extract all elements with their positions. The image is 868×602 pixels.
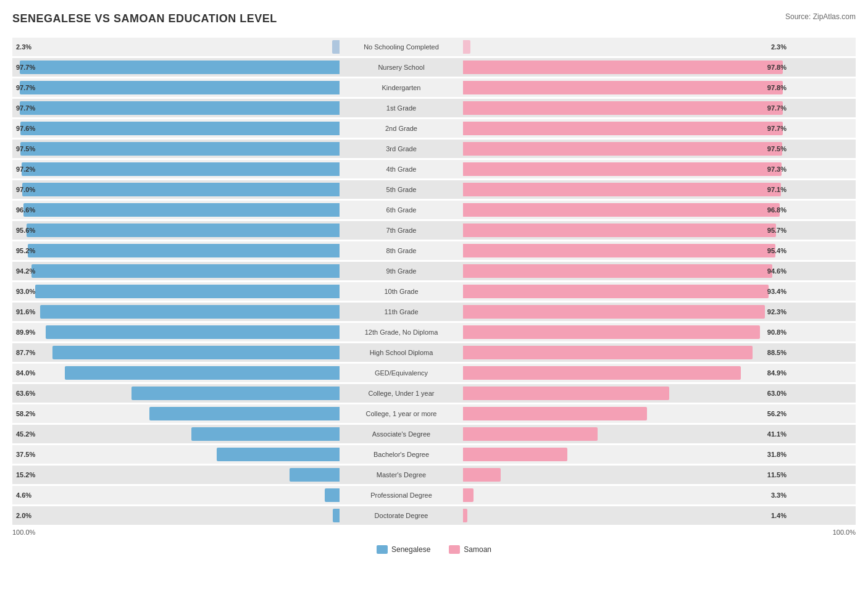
bar-label: 7th Grade: [340, 227, 463, 234]
samoan-bar: [463, 183, 781, 196]
bar-row: 97.0%5th Grade97.1%: [12, 180, 856, 199]
samoan-bar: [463, 407, 647, 420]
left-section: 97.7%: [12, 58, 340, 77]
right-section: 97.7%: [463, 99, 790, 117]
bar-row: 63.6%College, Under 1 year63.0%: [12, 384, 856, 403]
left-value: 97.2%: [16, 165, 35, 173]
samoan-color-swatch: [449, 545, 460, 554]
bar-label: 9th Grade: [340, 267, 463, 275]
axis-left-label: 100.0%: [12, 529, 35, 536]
right-section: 2.3%: [463, 38, 790, 56]
right-value: 63.0%: [767, 390, 787, 397]
bar-row: 2.3%No Schooling Completed2.3%: [12, 38, 856, 56]
bar-row: 97.7%1st Grade97.7%: [12, 99, 856, 117]
left-section: 93.0%: [12, 282, 340, 301]
left-value: 4.6%: [16, 491, 31, 499]
left-section: 97.7%: [12, 78, 340, 97]
chart-container: SENEGALESE VS SAMOAN EDUCATION LEVEL Sou…: [12, 12, 856, 554]
chart-area: 2.3%No Schooling Completed2.3%97.7%Nurse…: [12, 38, 856, 525]
bar-row: 2.0%Doctorate Degree1.4%: [12, 506, 856, 525]
samoan-bar: [463, 61, 783, 74]
left-value: 58.2%: [16, 410, 35, 417]
right-value: 97.7%: [767, 104, 787, 112]
samoan-bar: [463, 162, 782, 176]
right-section: 94.6%: [463, 262, 790, 280]
left-value: 91.6%: [16, 308, 35, 316]
right-value: 95.7%: [767, 227, 787, 234]
senegalese-bar: [52, 346, 340, 359]
left-section: 45.2%: [12, 425, 340, 443]
senegalese-bar: [333, 509, 340, 522]
samoan-bar: [463, 509, 467, 522]
legend-senegalese-label: Senegalese: [391, 545, 430, 554]
right-value: 97.1%: [767, 186, 787, 193]
senegalese-bar: [131, 387, 340, 400]
bar-label: Kindergarten: [340, 84, 463, 91]
senegalese-bar: [332, 40, 340, 54]
left-section: 97.2%: [12, 160, 340, 178]
right-section: 95.4%: [463, 241, 790, 260]
left-section: 15.2%: [12, 466, 340, 484]
samoan-bar: [463, 81, 783, 94]
right-value: 88.5%: [767, 349, 787, 356]
bar-row: 97.7%Nursery School97.8%: [12, 58, 856, 77]
right-value: 93.4%: [767, 288, 787, 295]
samoan-bar: [463, 387, 669, 400]
left-section: 91.6%: [12, 303, 340, 321]
chart-source: Source: ZipAtlas.com: [785, 12, 856, 21]
right-section: 97.7%: [463, 119, 790, 138]
senegalese-bar: [325, 488, 340, 502]
left-section: 2.3%: [12, 38, 340, 56]
bar-label: Bachelor's Degree: [340, 451, 463, 458]
bar-label: 1st Grade: [340, 104, 463, 112]
left-value: 94.2%: [16, 267, 35, 275]
right-section: 56.2%: [463, 404, 790, 423]
left-section: 37.5%: [12, 445, 340, 464]
senegalese-bar: [28, 244, 340, 257]
senegalese-bar: [22, 183, 340, 196]
bar-row: 97.5%3rd Grade97.5%: [12, 140, 856, 158]
samoan-bar: [463, 101, 783, 115]
right-section: 97.8%: [463, 58, 790, 77]
right-section: 92.3%: [463, 303, 790, 321]
left-value: 97.7%: [16, 64, 35, 71]
chart-header: SENEGALESE VS SAMOAN EDUCATION LEVEL Sou…: [12, 12, 856, 25]
bar-row: 91.6%11th Grade92.3%: [12, 303, 856, 321]
right-value: 97.8%: [767, 84, 787, 91]
left-section: 95.2%: [12, 241, 340, 260]
right-value: 96.8%: [767, 206, 787, 214]
right-value: 97.5%: [767, 145, 787, 153]
left-section: 97.6%: [12, 119, 340, 138]
bar-row: 94.2%9th Grade94.6%: [12, 262, 856, 280]
right-value: 84.9%: [767, 369, 787, 377]
right-section: 97.8%: [463, 78, 790, 97]
right-value: 97.7%: [767, 125, 787, 132]
bar-label: 2nd Grade: [340, 125, 463, 132]
left-section: 84.0%: [12, 364, 340, 382]
right-section: 95.7%: [463, 221, 790, 240]
senegalese-bar: [40, 305, 340, 319]
senegalese-bar: [23, 203, 340, 217]
left-value: 97.0%: [16, 186, 35, 193]
left-value: 95.2%: [16, 247, 35, 254]
senegalese-bar: [191, 427, 340, 441]
senegalese-bar: [20, 61, 340, 74]
right-value: 1.4%: [771, 512, 787, 519]
right-value: 3.3%: [771, 491, 787, 499]
samoan-bar: [463, 468, 501, 482]
left-value: 97.7%: [16, 104, 35, 112]
samoan-bar: [463, 122, 783, 135]
left-value: 2.3%: [16, 43, 31, 51]
legend-senegalese: Senegalese: [377, 545, 430, 554]
right-value: 11.5%: [767, 471, 787, 479]
bar-row: 95.6%7th Grade95.7%: [12, 221, 856, 240]
legend-samoan: Samoan: [449, 545, 491, 554]
left-value: 95.6%: [16, 227, 35, 234]
bar-row: 58.2%College, 1 year or more56.2%: [12, 404, 856, 423]
bar-row: 89.9%12th Grade, No Diploma90.8%: [12, 323, 856, 341]
samoan-bar: [463, 305, 765, 319]
samoan-bar: [463, 346, 753, 359]
right-value: 41.1%: [767, 430, 787, 438]
bar-label: 3rd Grade: [340, 145, 463, 153]
left-section: 95.6%: [12, 221, 340, 240]
